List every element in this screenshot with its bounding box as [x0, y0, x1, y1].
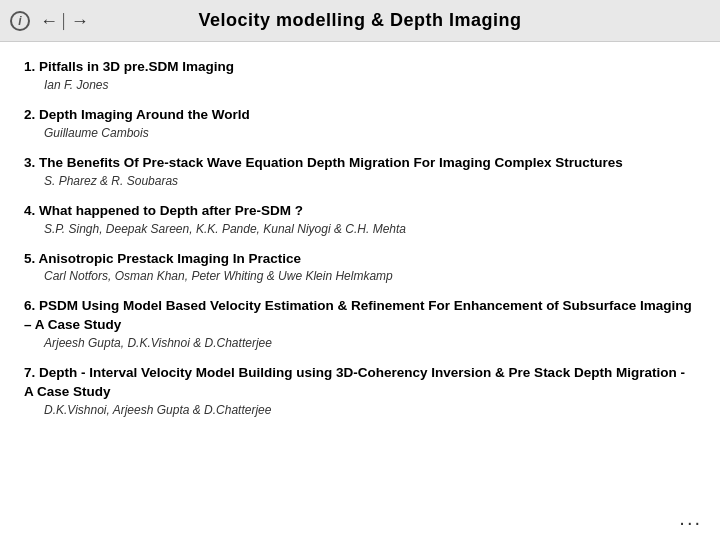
item-title: 4. What happened to Depth after Pre-SDM … — [24, 202, 696, 221]
item-title: 2. Depth Imaging Around the World — [24, 106, 696, 125]
list-item: 6. PSDM Using Model Based Velocity Estim… — [24, 297, 696, 350]
item-title: 3. The Benefits Of Pre-stack Wave Equati… — [24, 154, 696, 173]
item-title: 5. Anisotropic Prestack Imaging In Pract… — [24, 250, 696, 269]
item-author: Carl Notfors, Osman Khan, Peter Whiting … — [44, 269, 696, 283]
item-author: S.P. Singh, Deepak Sareen, K.K. Pande, K… — [44, 222, 696, 236]
item-text: What happened to Depth after Pre-SDM ? — [39, 203, 303, 218]
footer-dots: ... — [679, 507, 702, 530]
item-title: 7. Depth - Interval Velocity Model Build… — [24, 364, 696, 402]
list-item: 5. Anisotropic Prestack Imaging In Pract… — [24, 250, 696, 284]
nav-arrows: ← │ → — [40, 12, 89, 30]
item-number: 6. — [24, 298, 35, 313]
item-author: Arjeesh Gupta, D.K.Vishnoi & D.Chatterje… — [44, 336, 696, 350]
item-title: 6. PSDM Using Model Based Velocity Estim… — [24, 297, 696, 335]
item-number: 4. — [24, 203, 35, 218]
item-author: S. Pharez & R. Soubaras — [44, 174, 696, 188]
item-author: D.K.Vishnoi, Arjeesh Gupta & D.Chatterje… — [44, 403, 696, 417]
item-author: Guillaume Cambois — [44, 126, 696, 140]
arrow-divider: │ — [60, 13, 69, 29]
item-number: 3. — [24, 155, 35, 170]
ellipsis: ... — [679, 507, 702, 529]
arrow-left-icon[interactable]: ← — [40, 12, 58, 30]
item-number: 1. — [24, 59, 35, 74]
list-item: 4. What happened to Depth after Pre-SDM … — [24, 202, 696, 236]
item-title: 1. Pitfalls in 3D pre.SDM Imaging — [24, 58, 696, 77]
item-text: Depth - Interval Velocity Model Building… — [24, 365, 685, 399]
list-item: 7. Depth - Interval Velocity Model Build… — [24, 364, 696, 417]
arrow-right-icon[interactable]: → — [71, 12, 89, 30]
item-number: 5. — [24, 251, 35, 266]
item-text: PSDM Using Model Based Velocity Estimati… — [24, 298, 692, 332]
item-number: 2. — [24, 107, 35, 122]
item-text: Depth Imaging Around the World — [39, 107, 250, 122]
content-area: 1. Pitfalls in 3D pre.SDM Imaging Ian F.… — [0, 42, 720, 447]
item-number: 7. — [24, 365, 35, 380]
item-text: Pitfalls in 3D pre.SDM Imaging — [39, 59, 234, 74]
list-item: 3. The Benefits Of Pre-stack Wave Equati… — [24, 154, 696, 188]
list-item: 1. Pitfalls in 3D pre.SDM Imaging Ian F.… — [24, 58, 696, 92]
info-icon[interactable]: i — [10, 11, 30, 31]
item-text: The Benefits Of Pre-stack Wave Equation … — [39, 155, 623, 170]
list-item: 2. Depth Imaging Around the World Guilla… — [24, 106, 696, 140]
item-author: Ian F. Jones — [44, 78, 696, 92]
nav-controls: i ← │ → — [10, 11, 89, 31]
page-title: Velocity modelling & Depth Imaging — [198, 10, 521, 31]
header: i ← │ → Velocity modelling & Depth Imagi… — [0, 0, 720, 42]
item-text: Anisotropic Prestack Imaging In Practice — [39, 251, 302, 266]
